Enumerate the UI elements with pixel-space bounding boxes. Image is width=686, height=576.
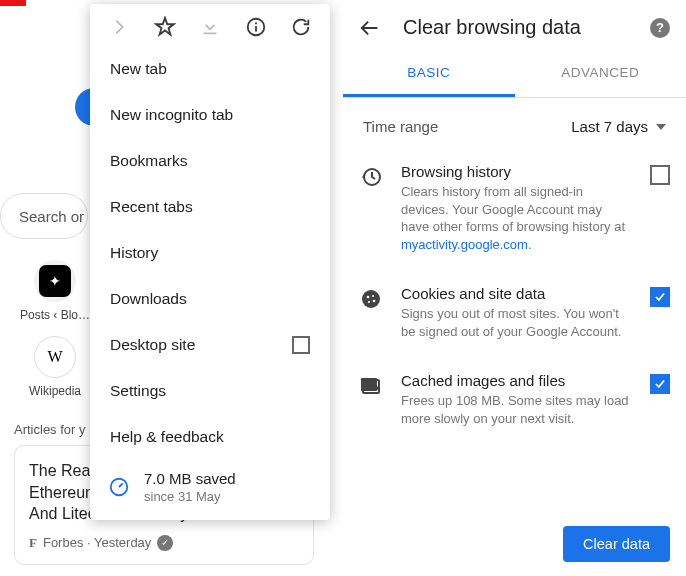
star-icon[interactable] — [154, 16, 176, 38]
menu-settings[interactable]: Settings — [90, 368, 330, 414]
image-icon — [359, 374, 383, 398]
shortcut-label: Wikipedia — [20, 384, 90, 398]
menu-new-incognito[interactable]: New incognito tab — [90, 92, 330, 138]
desktop-site-checkbox[interactable] — [292, 336, 310, 354]
info-icon[interactable] — [245, 16, 267, 38]
reload-icon[interactable] — [290, 16, 312, 38]
status-accent — [0, 0, 26, 6]
overflow-menu: New tab New incognito tab Bookmarks Rece… — [90, 4, 330, 520]
chevron-down-icon — [656, 124, 666, 130]
data-saved-row[interactable]: 7.0 MB saved since 31 May — [90, 460, 330, 510]
item-title: Browsing history — [401, 163, 632, 180]
article-source: F Forbes · Yesterday ✓ — [29, 535, 299, 551]
download-icon[interactable] — [199, 16, 221, 38]
cache-checkbox[interactable] — [650, 374, 670, 394]
menu-downloads[interactable]: Downloads — [90, 276, 330, 322]
menu-help[interactable]: Help & feedback — [90, 414, 330, 460]
time-range-value: Last 7 days — [571, 118, 648, 135]
help-icon[interactable]: ? — [650, 18, 670, 38]
page-title: Clear browsing data — [403, 16, 628, 39]
wikipedia-icon: W — [47, 348, 62, 366]
cookie-icon — [359, 287, 383, 311]
item-desc: Clears history from all signed-in device… — [401, 183, 632, 253]
item-browsing-history[interactable]: Browsing history Clears history from all… — [343, 149, 686, 271]
myactivity-link[interactable]: myactivity.google.com — [401, 237, 528, 252]
tab-bar: BASIC ADVANCED — [343, 51, 686, 98]
item-desc: Signs you out of most sites. You won't b… — [401, 305, 632, 340]
history-icon — [359, 165, 383, 189]
menu-history[interactable]: History — [90, 230, 330, 276]
search-input[interactable]: Search or — [0, 193, 88, 239]
svg-point-5 — [362, 290, 380, 308]
shortcuts-grid: ✦ Posts ‹ Blo… W Wikipedia — [20, 260, 90, 412]
svg-point-8 — [368, 301, 370, 303]
svg-point-6 — [367, 296, 370, 299]
item-title: Cached images and files — [401, 372, 632, 389]
articles-header: Articles for y — [14, 422, 86, 437]
forward-icon[interactable] — [108, 16, 130, 38]
search-placeholder: Search or — [19, 208, 84, 225]
item-cache[interactable]: Cached images and files Frees up 108 MB.… — [343, 358, 686, 445]
posts-icon: ✦ — [39, 265, 71, 297]
svg-point-9 — [373, 300, 376, 303]
shortcut-wikipedia[interactable]: W Wikipedia — [20, 336, 90, 398]
menu-new-tab[interactable]: New tab — [90, 46, 330, 92]
shortcut-label: Posts ‹ Blo… — [20, 308, 90, 322]
shortcut-posts[interactable]: ✦ Posts ‹ Blo… — [20, 260, 90, 322]
svg-rect-11 — [361, 378, 377, 391]
menu-bookmarks[interactable]: Bookmarks — [90, 138, 330, 184]
menu-desktop-site[interactable]: Desktop site — [90, 322, 330, 368]
time-range-label: Time range — [363, 118, 438, 135]
back-icon[interactable] — [359, 17, 381, 39]
saved-amount: 7.0 MB saved — [144, 470, 236, 487]
item-cookies[interactable]: Cookies and site data Signs you out of m… — [343, 271, 686, 358]
tab-advanced[interactable]: ADVANCED — [515, 51, 687, 97]
menu-recent-tabs[interactable]: Recent tabs — [90, 184, 330, 230]
svg-rect-2 — [255, 26, 257, 32]
history-checkbox[interactable] — [650, 165, 670, 185]
cookies-checkbox[interactable] — [650, 287, 670, 307]
saved-since: since 31 May — [144, 489, 236, 504]
data-saver-icon — [108, 476, 130, 498]
tab-basic[interactable]: BASIC — [343, 51, 515, 97]
time-range-row[interactable]: Time range Last 7 days — [343, 98, 686, 149]
svg-point-7 — [372, 295, 374, 297]
clear-data-button[interactable]: Clear data — [563, 526, 670, 562]
item-title: Cookies and site data — [401, 285, 632, 302]
svg-point-1 — [254, 22, 256, 24]
item-desc: Frees up 108 MB. Some sites may load mor… — [401, 392, 632, 427]
